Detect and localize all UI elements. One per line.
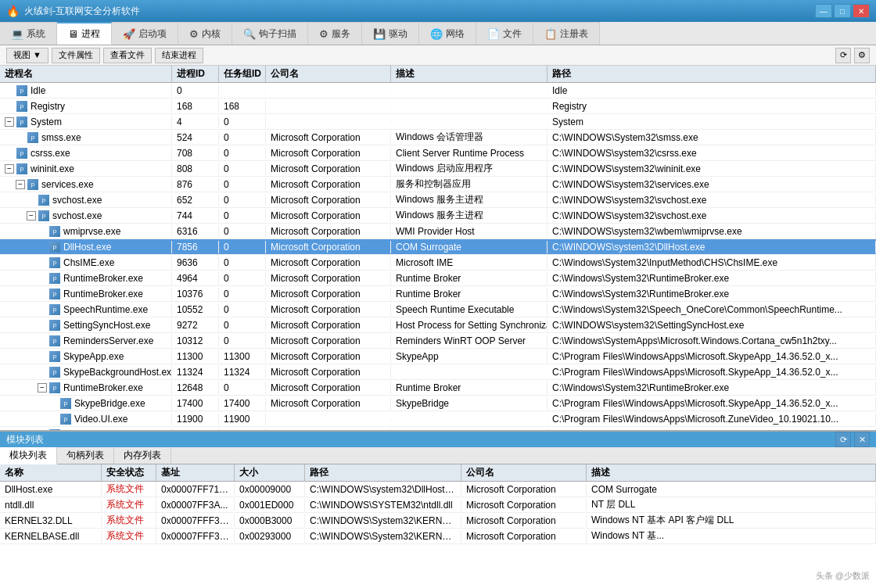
settings-icon-btn[interactable]: ⚙ [854, 48, 870, 63]
cell-path: C:\Windows\System32\RuntimeBroker.exe [548, 382, 876, 394]
expand-icon[interactable]: − [38, 383, 47, 393]
cell-company: Microsoft Corporation [266, 163, 391, 175]
expand-icon[interactable]: − [27, 211, 36, 220]
table-row[interactable]: psmss.exe 524 0 Microsoft Corporation Wi… [0, 130, 876, 145]
tab-memory[interactable]: 内存列表 [114, 447, 171, 464]
table-row[interactable]: pSkypeBackgroundHost.exe 11324 11324 Mic… [0, 364, 876, 380]
tab-system[interactable]: 💻 系统 [0, 22, 57, 45]
mod-col-desc[interactable]: 描述 [587, 464, 876, 481]
cell-pid: 11300 [172, 350, 219, 363]
mod-cell-company: Microsoft Corporation [461, 530, 587, 543]
process-name: wmiprvse.exe [63, 226, 120, 237]
bottom-close-btn[interactable]: ✕ [854, 432, 870, 447]
module-table[interactable]: 名称 安全状态 基址 大小 路径 公司名 描述 DllHost.exe 系统文件… [0, 464, 876, 588]
maximize-button[interactable]: □ [834, 4, 851, 18]
table-row[interactable]: pChsIME.exe 9636 0 Microsoft Corporation… [0, 255, 876, 271]
tab-modules[interactable]: 模块列表 [0, 447, 57, 464]
table-row[interactable]: psvchost.exe 652 0 Microsoft Corporation… [0, 192, 876, 208]
cell-name: pSkypeApp.exe [0, 350, 172, 363]
table-row[interactable]: pRuntimeBroker.exe 4964 0 Microsoft Corp… [0, 271, 876, 286]
tab-process[interactable]: 🖥 进程 [57, 22, 112, 45]
cell-path: C:\Windows\System32\RuntimeBroker.exe [548, 272, 876, 285]
cell-pid: 708 [172, 147, 219, 160]
cell-desc: Speech Runtime Executable [391, 303, 548, 316]
file-attr-button[interactable]: 文件属性 [52, 48, 100, 63]
table-row[interactable]: −pwininit.exe 808 0 Microsoft Corporatio… [0, 161, 876, 177]
col-header-desc[interactable]: 描述 [391, 66, 548, 82]
mod-col-addr[interactable]: 基址 [156, 464, 235, 481]
cell-company: Microsoft Corporation [266, 194, 391, 206]
refresh-icon-btn[interactable]: ⟳ [835, 48, 851, 63]
cell-name: psmss.exe [0, 131, 172, 144]
table-row[interactable]: pSettingSyncHost.exe 9272 0 Microsoft Co… [0, 317, 876, 333]
mod-col-name[interactable]: 名称 [0, 464, 102, 481]
table-row[interactable]: pRegistry 168 168 Registry [0, 99, 876, 114]
tab-hook-label: 钩子扫描 [259, 27, 296, 41]
expand-icon[interactable]: − [5, 164, 14, 174]
mod-col-path[interactable]: 路径 [305, 464, 461, 481]
cell-path: C:\WINDOWS\system32\wbem\wmiprvse.exe [548, 225, 876, 238]
col-header-name[interactable]: 进程名 [0, 66, 172, 82]
table-row[interactable]: pVideo.UI.exe 11900 11900 C:\Program Fil… [0, 411, 876, 427]
cell-company [266, 106, 391, 107]
table-row[interactable]: −pSystem 4 0 System [0, 114, 876, 130]
cell-company: Microsoft Corporation [266, 428, 391, 431]
module-row[interactable]: KERNEL32.DLL 系统文件 0x00007FFF3A... 0x000B… [0, 513, 876, 529]
tab-registry[interactable]: 📋 注册表 [533, 22, 600, 45]
close-button[interactable]: ✕ [853, 4, 870, 18]
tab-handles[interactable]: 句柄列表 [57, 447, 114, 464]
expand-icon[interactable]: − [5, 117, 14, 127]
mod-cell-name: DllHost.exe [0, 483, 102, 496]
col-header-tid[interactable]: 任务组ID [219, 66, 266, 82]
col-header-path[interactable]: 路径 [548, 66, 876, 82]
mod-col-company[interactable]: 公司名 [461, 464, 587, 481]
table-row[interactable]: −psvchost.exe 744 0 Microsoft Corporatio… [0, 208, 876, 224]
process-name: System [31, 117, 62, 127]
bottom-refresh-btn[interactable]: ⟳ [835, 432, 851, 447]
cell-path: Idle [548, 84, 876, 97]
tab-driver[interactable]: 💾 驱动 [362, 22, 419, 45]
tab-file[interactable]: 📄 文件 [476, 22, 533, 45]
col-header-company[interactable]: 公司名 [266, 66, 391, 82]
table-row[interactable]: pwmiprvse.exe 6316 0 Microsoft Corporati… [0, 224, 876, 239]
process-name: svchost.exe [52, 210, 102, 221]
process-name: DllHost.exe [63, 242, 111, 253]
view-file-button[interactable]: 查看文件 [103, 48, 152, 63]
process-file-icon: p [49, 257, 60, 268]
tab-startup[interactable]: 🚀 启动项 [112, 22, 178, 45]
table-row[interactable]: pSkypeApp.exe 11300 11300 Microsoft Corp… [0, 349, 876, 364]
process-name: RuntimeBroker.exe [63, 382, 143, 393]
view-button[interactable]: 视图 ▼ [6, 48, 48, 63]
process-name: RemindersServer.exe [63, 335, 153, 346]
cell-path: C:\WINDOWS\system32\SettingSyncHost.exe [548, 319, 876, 332]
tab-network-label: 网络 [446, 27, 465, 41]
mod-col-size[interactable]: 大小 [235, 464, 305, 481]
table-row[interactable]: pSkypeBridge.exe 17400 17400 Microsoft C… [0, 396, 876, 411]
tab-kernel[interactable]: ⚙ 内核 [178, 22, 232, 45]
table-row[interactable]: pRemindersServer.exe 10312 0 Microsoft C… [0, 333, 876, 349]
process-table-body[interactable]: pIdle 0 Idle pRegistry 168 168 Registry … [0, 83, 876, 430]
mod-col-status[interactable]: 安全状态 [102, 464, 156, 481]
cell-tid: 0 [219, 147, 266, 160]
table-row[interactable]: pIdle 0 Idle [0, 83, 876, 99]
module-row[interactable]: DllHost.exe 系统文件 0x00007FF71A... 0x00009… [0, 482, 876, 497]
cell-desc: SkypeBridge [391, 397, 548, 410]
col-header-pid[interactable]: 进程ID [172, 66, 219, 82]
table-row[interactable]: pRuntimeBroker.exe 10376 0 Microsoft Cor… [0, 286, 876, 302]
tab-network[interactable]: 🌐 网络 [419, 22, 476, 45]
table-row[interactable]: −pRuntimeBroker.exe 12648 0 Microsoft Co… [0, 380, 876, 396]
window-controls: — □ ✕ [815, 4, 870, 18]
kill-process-button[interactable]: 结束进程 [155, 48, 203, 63]
table-row[interactable]: pSpeechRuntime.exe 10552 0 Microsoft Cor… [0, 302, 876, 317]
minimize-button[interactable]: — [815, 4, 832, 18]
expand-icon[interactable]: − [16, 180, 25, 189]
table-row[interactable]: pRuntimeBroker.exe 13708 0 Microsoft Cor… [0, 427, 876, 430]
table-row[interactable]: −pservices.exe 876 0 Microsoft Corporati… [0, 177, 876, 192]
module-row[interactable]: KERNELBASE.dll 系统文件 0x00007FFF37... 0x00… [0, 529, 876, 544]
table-row[interactable]: pcsrss.exe 708 0 Microsoft Corporation C… [0, 145, 876, 161]
tab-hook[interactable]: 🔍 钩子扫描 [232, 22, 308, 45]
cell-pid: 524 [172, 131, 219, 144]
module-row[interactable]: ntdll.dll 系统文件 0x00007FF3A... 0x001ED000… [0, 497, 876, 513]
tab-service[interactable]: ⚙ 服务 [308, 22, 362, 45]
table-row[interactable]: pDllHost.exe 7856 0 Microsoft Corporatio… [0, 239, 876, 255]
